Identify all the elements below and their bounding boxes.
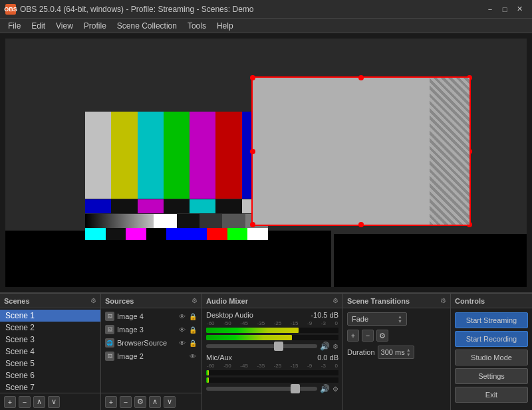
source-name: Image 3 (117, 326, 175, 334)
source-eye-button[interactable]: 👁 (178, 340, 187, 347)
scene-item[interactable]: Scene 2 (0, 322, 100, 334)
exit-button[interactable]: Exit (455, 387, 528, 403)
handle-bm[interactable] (358, 222, 364, 227)
handle-ml[interactable] (250, 149, 255, 154)
scene-transitions-panel: Scene Transitions ⚙ Fade ▲ ▼ + − ⚙ Durat… (343, 294, 451, 410)
desktop-audio-settings-button[interactable]: ⚙ (332, 343, 338, 350)
menu-tools[interactable]: Tools (182, 19, 211, 33)
audio-channel-desktop: Desktop Audio -10.5 dB -60-50-45-35-25-1… (206, 311, 338, 351)
menu-edit[interactable]: Edit (26, 19, 51, 33)
source-list: 🖼 Image 4 👁 🔒 🖼 Image 3 👁 🔒 🌐 BrowserSou… (101, 308, 201, 393)
scene-remove-button[interactable]: − (19, 396, 31, 408)
source-lock-button[interactable]: 🔒 (188, 340, 198, 347)
sources-toolbar: + − ⚙ ∧ ∨ (101, 393, 201, 410)
overlay-source[interactable] (251, 76, 471, 226)
mic-audio-fader[interactable] (206, 387, 317, 391)
transition-select: Fade ▲ ▼ (347, 312, 446, 326)
source-name: Image 2 (117, 352, 186, 360)
scene-item[interactable]: Scene 5 (0, 358, 100, 369)
source-item[interactable]: 🖼 Image 2 👁 (101, 350, 201, 363)
menu-file[interactable]: File (3, 19, 26, 33)
menu-help[interactable]: Help (211, 19, 239, 33)
menu-view[interactable]: View (51, 19, 78, 33)
desktop-audio-meter2 (206, 335, 338, 340)
scenes-panel-title: Scenes (4, 297, 30, 305)
settings-button[interactable]: Settings (455, 368, 528, 384)
sources-panel-header: Sources ⚙ (101, 294, 201, 308)
duration-up-arrow[interactable]: ▲ (406, 348, 411, 352)
select-up-arrow: ▲ (398, 314, 402, 319)
controls-body: Start Streaming Start Recording Studio M… (451, 308, 532, 410)
sources-panel-icon[interactable]: ⚙ (192, 297, 198, 304)
source-add-button[interactable]: + (105, 396, 117, 408)
audio-panel-icon[interactable]: ⚙ (332, 297, 338, 304)
source-lock-button[interactable]: 🔒 (188, 326, 198, 334)
transition-dropdown[interactable]: Fade ▲ ▼ (347, 312, 407, 326)
source-down-button[interactable]: ∨ (164, 396, 176, 408)
handle-tm[interactable] (358, 75, 364, 80)
source-eye-button[interactable]: 👁 (188, 353, 198, 360)
transition-add-button[interactable]: + (347, 330, 359, 342)
source-eye-button[interactable]: 👁 (178, 313, 187, 320)
scene-item[interactable]: Scene 4 (0, 346, 100, 358)
maximize-button[interactable]: □ (497, 3, 512, 16)
source-settings-button[interactable]: ⚙ (134, 396, 146, 408)
minimize-button[interactable]: − (483, 3, 497, 16)
transitions-panel-icon[interactable]: ⚙ (440, 297, 446, 304)
audio-mixer-panel: Audio Mixer ⚙ Desktop Audio -10.5 dB -60… (202, 294, 343, 410)
transition-duration: Duration 300 ms ▲ ▼ (347, 346, 446, 359)
source-item[interactable]: 🌐 BrowserSource 👁 🔒 (101, 336, 201, 350)
transition-value: Fade (352, 315, 368, 323)
start-streaming-button[interactable]: Start Streaming (455, 312, 528, 328)
desktop-audio-fader[interactable] (206, 344, 317, 348)
desktop-audio-mute-button[interactable]: 🔊 (320, 342, 330, 351)
duration-label: Duration (347, 348, 375, 356)
scene-item[interactable]: Scene 1 (0, 310, 100, 322)
scene-down-button[interactable]: ∨ (48, 396, 60, 408)
close-button[interactable]: ✕ (512, 3, 527, 16)
source-image-icon: 🖼 (105, 352, 114, 361)
menu-bar: File Edit View Profile Scene Collection … (0, 19, 532, 33)
mic-audio-settings-button[interactable]: ⚙ (332, 385, 338, 393)
duration-input[interactable]: 300 ms ▲ ▼ (378, 346, 414, 359)
source-eye-button[interactable]: 👁 (178, 326, 187, 334)
mic-audio-mute-button[interactable]: 🔊 (320, 384, 330, 393)
source-lock-button[interactable]: 🔒 (188, 313, 198, 320)
controls-panel-title: Controls (455, 297, 485, 305)
transition-remove-button[interactable]: − (362, 330, 374, 342)
menu-scene-collection[interactable]: Scene Collection (112, 19, 182, 33)
duration-down-arrow[interactable]: ▼ (406, 352, 411, 357)
scene-add-button[interactable]: + (4, 396, 16, 408)
transition-settings-button[interactable]: ⚙ (376, 330, 388, 342)
desktop-audio-db: -10.5 dB (311, 311, 338, 319)
smpte-color-bars (85, 112, 268, 228)
source-up-button[interactable]: ∧ (149, 396, 161, 408)
source-item[interactable]: 🖼 Image 3 👁 🔒 (101, 323, 201, 336)
audio-channel-list: Desktop Audio -10.5 dB -60-50-45-35-25-1… (202, 308, 342, 410)
bottom-panel: Scenes ⚙ Scene 1 Scene 2 Scene 3 Scene 4… (0, 292, 532, 410)
source-name: Image 4 (117, 312, 175, 320)
controls-panel-header: Controls (451, 294, 532, 308)
transitions-panel-title: Scene Transitions (347, 297, 410, 305)
menu-profile[interactable]: Profile (78, 19, 112, 33)
source-remove-button[interactable]: − (120, 396, 132, 408)
source-item[interactable]: 🖼 Image 4 👁 🔒 (101, 310, 201, 323)
handle-bl[interactable] (250, 222, 255, 227)
handle-tr[interactable] (467, 75, 472, 80)
scenes-panel-header: Scenes ⚙ (0, 294, 100, 308)
scene-item[interactable]: Scene 6 (0, 369, 100, 381)
scene-item[interactable]: Scene 3 (0, 334, 100, 346)
scenes-panel-icon[interactable]: ⚙ (90, 297, 96, 304)
start-recording-button[interactable]: Start Recording (455, 331, 528, 347)
studio-mode-button[interactable]: Studio Mode (455, 350, 528, 365)
handle-mr[interactable] (467, 149, 472, 154)
audio-panel-header: Audio Mixer ⚙ (202, 294, 342, 308)
handle-tl[interactable] (250, 75, 255, 80)
mic-audio-fader-row: 🔊 ⚙ (206, 384, 338, 393)
scene-item[interactable]: Scene 7 (0, 381, 100, 393)
mic-audio-db: 0.0 dB (317, 354, 338, 361)
scene-up-button[interactable]: ∧ (33, 396, 45, 408)
sources-panel: Sources ⚙ 🖼 Image 4 👁 🔒 🖼 Image 3 👁 🔒 (101, 294, 202, 410)
duration-value: 300 ms (381, 348, 405, 356)
handle-br[interactable] (467, 222, 472, 227)
